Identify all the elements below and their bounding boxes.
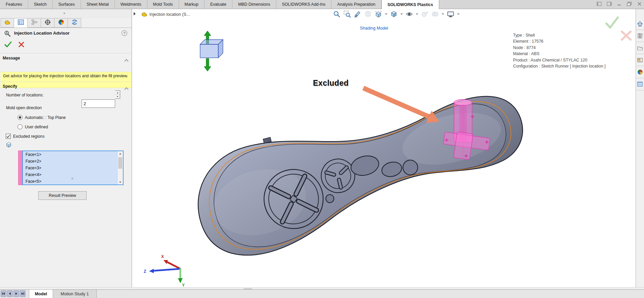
apply-scene-icon xyxy=(431,10,440,18)
file-explorer-icon[interactable] xyxy=(636,42,644,54)
last-study-icon[interactable] xyxy=(20,290,26,297)
heads-up-toolbar xyxy=(332,10,460,18)
dropdown-arrow-icon[interactable] xyxy=(400,13,403,15)
dropdown-arrow-icon[interactable] xyxy=(416,13,418,15)
zoom-fit-icon[interactable] xyxy=(332,10,341,18)
custom-properties-icon[interactable] xyxy=(636,78,644,90)
view-palette-icon[interactable] xyxy=(636,54,644,66)
zoom-area-icon[interactable] xyxy=(343,10,352,18)
section-view-icon[interactable] xyxy=(353,10,362,18)
tab-model[interactable]: Model xyxy=(29,290,53,298)
mesh-info-block: Type : Shell Element : 17576 Node : 8774… xyxy=(513,32,606,69)
info-line-product: Product : Asahi Chemical / STYLAC 120 xyxy=(513,57,606,63)
triad-y-label: Y xyxy=(182,283,185,288)
excluded-annotation-arrow xyxy=(363,88,439,123)
info-line-type: Type : Shell xyxy=(513,32,606,38)
previous-view-icon xyxy=(364,10,372,18)
confirmation-corner[interactable] xyxy=(606,17,631,40)
view-settings-icon[interactable] xyxy=(446,10,455,18)
display-style-icon[interactable] xyxy=(389,10,398,18)
task-pane xyxy=(636,9,644,287)
orientation-triad: X Z Y xyxy=(144,254,185,288)
excluded-annotation-label: Excluded xyxy=(313,79,349,88)
info-line-element: Element : 17576 xyxy=(513,38,606,44)
edit-appearance-icon xyxy=(420,10,429,18)
dropdown-arrow-icon[interactable] xyxy=(442,13,444,15)
part-icon xyxy=(141,11,148,18)
study-nav-buttons xyxy=(1,290,26,297)
view-orientation-icon[interactable] xyxy=(374,10,383,18)
hide-show-items-icon[interactable] xyxy=(405,10,414,18)
shading-model-label[interactable]: Shading Model xyxy=(360,26,388,31)
bottom-tab-bar: Model Motion Study 1 xyxy=(0,289,644,298)
mold-direction-cube xyxy=(200,31,223,71)
previous-study-icon[interactable] xyxy=(7,290,13,297)
appearances-icon[interactable] xyxy=(636,66,644,78)
corner-cancel-icon xyxy=(622,32,631,40)
triad-x-label: X xyxy=(161,254,164,259)
corner-ok-icon xyxy=(606,17,618,28)
flyout-tree-arrow[interactable] xyxy=(134,12,136,15)
feature-tree-root-label[interactable]: Injection location (S... xyxy=(149,12,190,17)
first-study-icon[interactable] xyxy=(1,290,6,297)
home-icon[interactable] xyxy=(636,18,644,30)
info-line-material: Material : ABS xyxy=(513,51,606,57)
dropdown-arrow-icon[interactable] xyxy=(457,13,460,15)
next-study-icon[interactable] xyxy=(13,290,19,297)
sole-model xyxy=(185,77,538,266)
dropdown-arrow-icon[interactable] xyxy=(385,13,387,15)
triad-z-label: Z xyxy=(144,269,146,274)
design-library-icon[interactable] xyxy=(636,30,644,42)
info-line-configuration: Configuration : Sketch Runner [ Injectio… xyxy=(513,63,606,69)
tab-motion-study[interactable]: Motion Study 1 xyxy=(53,290,97,298)
info-line-node: Node : 8774 xyxy=(513,45,606,51)
